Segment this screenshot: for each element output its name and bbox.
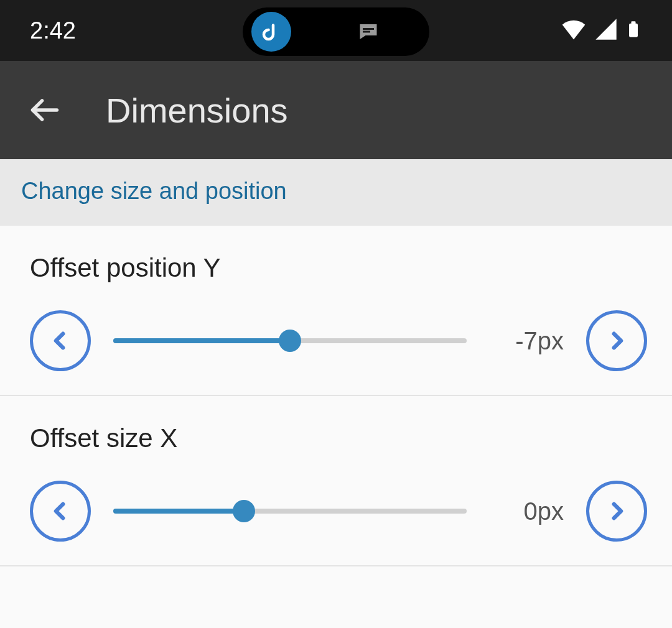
status-bar: 2:42 — [0, 0, 672, 61]
setting-label: Offset size X — [30, 423, 647, 453]
slider[interactable] — [113, 499, 467, 524]
arrow-left-icon — [29, 94, 61, 126]
chevron-left-icon — [50, 501, 71, 522]
section-header: Change size and position — [0, 159, 672, 226]
setting-label: Offset position Y — [30, 253, 647, 283]
decrease-button[interactable] — [30, 481, 91, 542]
battery-icon — [625, 16, 642, 45]
decrease-button[interactable] — [30, 310, 91, 371]
slider-value: 0px — [489, 497, 564, 525]
svg-rect-2 — [629, 24, 638, 37]
slider[interactable] — [113, 328, 467, 353]
status-time: 2:42 — [30, 17, 76, 44]
notification-pill[interactable] — [243, 7, 429, 56]
settings-list: Offset position Y -7px Offset — [0, 226, 672, 566]
back-button[interactable] — [27, 93, 62, 127]
svg-rect-3 — [632, 21, 636, 24]
chevron-left-icon — [50, 330, 71, 351]
signal-icon — [594, 17, 618, 44]
chevron-right-icon — [606, 501, 627, 522]
message-icon — [353, 21, 383, 43]
svg-rect-1 — [363, 31, 370, 33]
status-icons — [560, 16, 642, 45]
app-icon — [251, 12, 291, 52]
slider-row: -7px — [30, 310, 647, 371]
wifi-icon — [560, 16, 587, 45]
setting-item-offset-y: Offset position Y -7px — [0, 226, 672, 396]
app-bar: Dimensions — [0, 61, 672, 159]
setting-item-offset-size-x: Offset size X 0px — [0, 396, 672, 566]
increase-button[interactable] — [586, 310, 647, 371]
slider-row: 0px — [30, 481, 647, 542]
slider-value: -7px — [489, 327, 564, 355]
section-title: Change size and position — [21, 178, 651, 205]
chevron-right-icon — [606, 330, 627, 351]
svg-rect-0 — [363, 28, 374, 30]
increase-button[interactable] — [586, 481, 647, 542]
page-title: Dimensions — [106, 90, 288, 131]
